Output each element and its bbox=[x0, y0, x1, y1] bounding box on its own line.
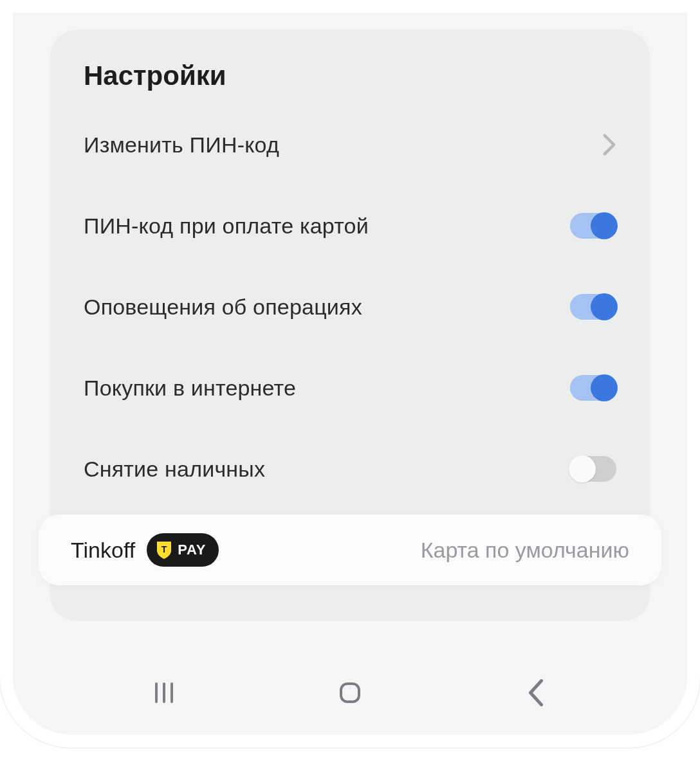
settings-title: Настройки bbox=[50, 60, 650, 104]
pay-label: PAY bbox=[178, 542, 206, 558]
banner-right-label: Карта по умолчанию bbox=[421, 538, 629, 563]
phone-frame: Настройки Изменить ПИН-код ПИН-код при о… bbox=[0, 0, 700, 747]
tpay-badge: T PAY bbox=[147, 533, 219, 567]
svg-text:T: T bbox=[161, 544, 167, 554]
nav-recents-button[interactable] bbox=[138, 667, 190, 718]
row-label: Покупки в интернете bbox=[84, 376, 296, 401]
row-internet-purchases: Покупки в интернете bbox=[50, 347, 650, 428]
nav-home-button[interactable] bbox=[324, 667, 376, 718]
row-label: ПИН-код при оплате картой bbox=[84, 214, 369, 239]
toggle-internet-purchases[interactable] bbox=[570, 375, 616, 401]
toggle-cash-withdrawal[interactable] bbox=[570, 456, 616, 482]
banner-left: Tinkoff T PAY bbox=[71, 533, 219, 567]
row-label: Изменить ПИН-код bbox=[84, 133, 279, 158]
nav-back-button[interactable] bbox=[510, 667, 562, 718]
shield-t-icon: T bbox=[156, 540, 172, 560]
row-label: Оповещения об операциях bbox=[84, 295, 362, 320]
row-change-pin[interactable]: Изменить ПИН-код bbox=[50, 104, 650, 185]
toggle-pin-on-card-payment[interactable] bbox=[570, 213, 616, 239]
row-label: Снятие наличных bbox=[84, 457, 265, 482]
app-screen: Настройки Изменить ПИН-код ПИН-код при о… bbox=[13, 13, 687, 735]
brand-label: Tinkoff bbox=[71, 538, 135, 563]
svg-rect-4 bbox=[341, 684, 359, 702]
row-operation-notifications: Оповещения об операциях bbox=[50, 266, 650, 347]
tinkoff-pay-banner[interactable]: Tinkoff T PAY Карта по умолчанию bbox=[39, 515, 661, 585]
system-navbar bbox=[13, 651, 687, 735]
chevron-right-icon bbox=[602, 133, 616, 156]
toggle-operation-notifications[interactable] bbox=[570, 294, 616, 320]
row-pin-on-card-payment: ПИН-код при оплате картой bbox=[50, 185, 650, 266]
row-cash-withdrawal: Снятие наличных bbox=[50, 428, 650, 509]
